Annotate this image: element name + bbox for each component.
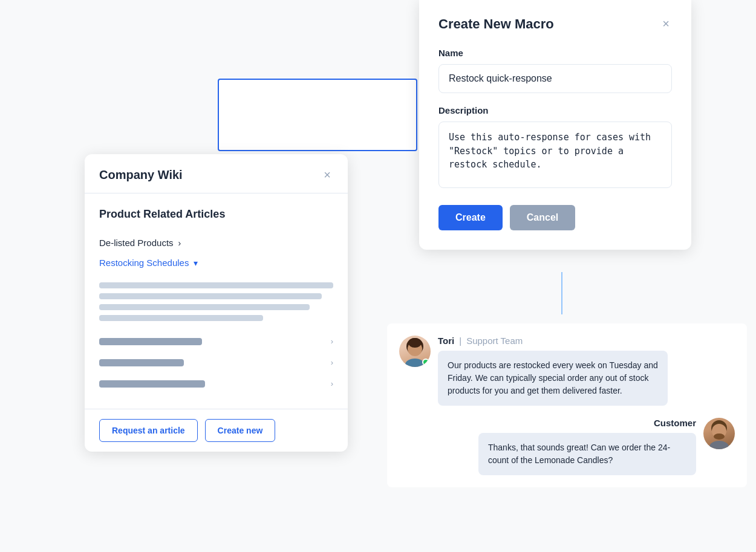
wiki-footer: Request an article Create new bbox=[85, 409, 348, 452]
modal-actions: Create Cancel bbox=[438, 205, 672, 230]
wiki-item-delisted[interactable]: De-listed Products › bbox=[99, 233, 333, 253]
wiki-panel: Company Wiki × Product Related Articles … bbox=[85, 154, 348, 452]
wiki-close-button[interactable]: × bbox=[321, 166, 333, 183]
wiki-body: Product Related Articles De-listed Produ… bbox=[85, 193, 348, 409]
cancel-macro-button[interactable]: Cancel bbox=[510, 205, 575, 230]
customer-label: Customer bbox=[654, 418, 696, 428]
wiki-item-chevron: ▾ bbox=[194, 258, 198, 268]
wiki-section-title: Product Related Articles bbox=[99, 208, 333, 221]
chat-section: Tori | Support Team Our products are res… bbox=[387, 323, 747, 487]
macro-description-textarea[interactable]: Use this auto-response for cases with "R… bbox=[438, 122, 672, 188]
placeholder-line-2 bbox=[99, 293, 322, 299]
svg-point-2 bbox=[408, 338, 422, 348]
online-status-dot bbox=[422, 359, 429, 366]
customer-avatar bbox=[703, 418, 735, 449]
description-label: Description bbox=[438, 105, 672, 115]
agent-team: Support Team bbox=[466, 336, 523, 346]
modal-header: Create New Macro × bbox=[438, 15, 672, 33]
modal-title: Create New Macro bbox=[438, 16, 554, 32]
modal-close-button[interactable]: × bbox=[660, 15, 672, 33]
background-input-box bbox=[218, 79, 417, 151]
customer-message-row: Customer Thanks, that sounds great! Can … bbox=[399, 418, 735, 475]
placeholder-line-4 bbox=[99, 315, 263, 321]
agent-info: Tori | Support Team Our products are res… bbox=[438, 336, 735, 406]
name-label: Name bbox=[438, 48, 672, 58]
create-new-button[interactable]: Create new bbox=[205, 419, 276, 442]
agent-message-row: Tori | Support Team Our products are res… bbox=[399, 336, 735, 406]
wiki-sub-item-2[interactable]: › bbox=[99, 352, 333, 373]
svg-point-7 bbox=[709, 441, 729, 449]
create-macro-modal: Create New Macro × Name Description Use … bbox=[419, 0, 691, 250]
sub-item-arrow-1: › bbox=[331, 337, 333, 346]
customer-message-bubble: Thanks, that sounds great! Can we order … bbox=[478, 433, 696, 475]
agent-name: Tori bbox=[438, 336, 454, 346]
svg-point-6 bbox=[714, 433, 725, 440]
macro-name-input[interactable] bbox=[438, 64, 672, 93]
create-macro-button[interactable]: Create bbox=[438, 205, 503, 230]
sub-item-arrow-2: › bbox=[331, 358, 333, 367]
wiki-content-placeholder bbox=[99, 282, 333, 321]
request-article-button[interactable]: Request an article bbox=[99, 419, 198, 442]
wiki-item-restocking[interactable]: Restocking Schedules ▾ bbox=[99, 253, 333, 273]
customer-avatar-svg bbox=[703, 418, 735, 449]
connector-line bbox=[561, 272, 562, 314]
wiki-sub-item-3[interactable]: › bbox=[99, 373, 333, 394]
wiki-sub-items: › › › bbox=[99, 331, 333, 394]
placeholder-line-3 bbox=[99, 304, 310, 310]
wiki-sub-item-1[interactable]: › bbox=[99, 331, 333, 352]
wiki-header: Company Wiki × bbox=[85, 154, 348, 193]
name-separator: | bbox=[459, 336, 461, 346]
wiki-title: Company Wiki bbox=[99, 168, 183, 182]
agent-message-bubble: Our products are restocked every week on… bbox=[438, 351, 668, 406]
placeholder-line-1 bbox=[99, 282, 333, 288]
customer-section: Customer Thanks, that sounds great! Can … bbox=[478, 418, 696, 475]
agent-name-row: Tori | Support Team bbox=[438, 336, 735, 346]
agent-avatar bbox=[399, 336, 431, 367]
wiki-item-arrow-1: › bbox=[178, 238, 181, 248]
sub-item-arrow-3: › bbox=[331, 379, 333, 388]
